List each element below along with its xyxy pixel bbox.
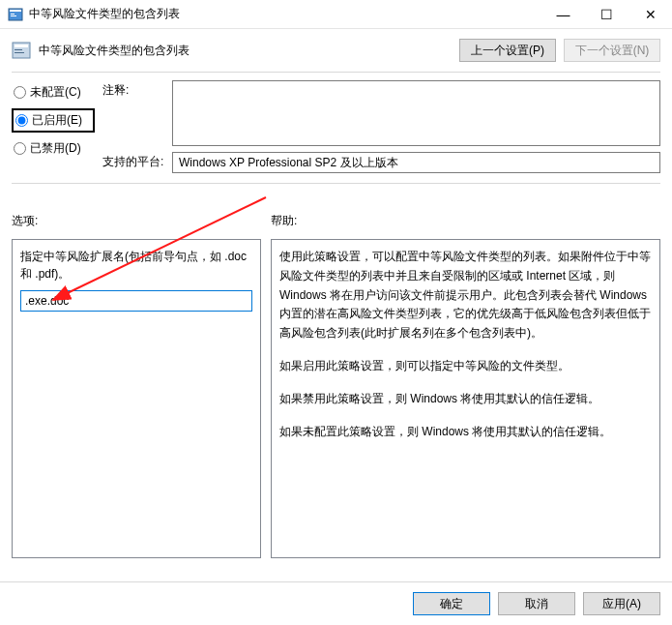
platform-row: 支持的平台: Windows XP Professional SP2 及以上版本 — [102, 152, 660, 173]
comment-label: 注释: — [102, 80, 166, 99]
radio-disabled-input[interactable] — [14, 142, 26, 155]
help-panel[interactable]: 使用此策略设置，可以配置中等风险文件类型的列表。如果附件位于中等风险文件类型的列… — [271, 239, 660, 558]
next-setting-button: 下一个设置(N) — [564, 39, 660, 62]
svg-rect-3 — [11, 15, 16, 16]
radio-disabled-label: 已禁用(D) — [30, 140, 81, 157]
radio-enabled-input[interactable] — [15, 114, 28, 127]
svg-rect-2 — [11, 14, 15, 15]
extensions-input[interactable] — [20, 290, 252, 312]
header-row: 中等风险文件类型的包含列表 上一个设置(P) 下一个设置(N) — [0, 29, 672, 66]
svg-rect-6 — [15, 49, 22, 50]
options-column: 选项: 指定中等风险扩展名(包括前导句点，如 .doc 和 .pdf)。 — [12, 213, 261, 558]
help-column: 帮助: 使用此策略设置，可以配置中等风险文件类型的列表。如果附件位于中等风险文件… — [271, 213, 660, 558]
window-title: 中等风险文件类型的包含列表 — [29, 6, 541, 22]
ok-button[interactable]: 确定 — [413, 592, 490, 615]
minimize-button[interactable]: — — [541, 0, 585, 29]
close-button[interactable]: ✕ — [628, 0, 672, 29]
svg-rect-7 — [15, 52, 24, 53]
options-panel: 指定中等风险扩展名(包括前导句点，如 .doc 和 .pdf)。 — [12, 239, 261, 558]
policy-icon — [12, 41, 31, 60]
help-paragraph-4: 如果未配置此策略设置，则 Windows 将使用其默认的信任逻辑。 — [279, 423, 656, 442]
options-label: 选项: — [12, 213, 261, 229]
options-description: 指定中等风险扩展名(包括前导句点，如 .doc 和 .pdf)。 — [20, 248, 252, 283]
comment-row: 注释: — [102, 80, 660, 146]
radio-group: 未配置(C) 已启用(E) 已禁用(D) — [12, 80, 95, 173]
radio-not-configured[interactable]: 未配置(C) — [12, 82, 95, 103]
svg-rect-1 — [10, 10, 21, 12]
right-column: 注释: 支持的平台: Windows XP Professional SP2 及… — [102, 80, 660, 173]
nav-buttons: 上一个设置(P) 下一个设置(N) — [459, 39, 660, 62]
radio-not-configured-label: 未配置(C) — [30, 84, 81, 101]
lower-section: 选项: 指定中等风险扩展名(包括前导句点，如 .doc 和 .pdf)。 帮助:… — [0, 184, 672, 558]
help-paragraph-3: 如果禁用此策略设置，则 Windows 将使用其默认的信任逻辑。 — [279, 390, 656, 409]
page-title: 中等风险文件类型的包含列表 — [39, 43, 459, 59]
platform-value: Windows XP Professional SP2 及以上版本 — [172, 152, 660, 173]
titlebar: 中等风险文件类型的包含列表 — ☐ ✕ — [0, 0, 672, 29]
platform-label: 支持的平台: — [102, 152, 166, 170]
svg-rect-5 — [15, 45, 28, 47]
footer: 确定 取消 应用(A) — [0, 581, 672, 625]
help-label: 帮助: — [271, 213, 660, 229]
maximize-button[interactable]: ☐ — [585, 0, 628, 29]
radio-not-configured-input[interactable] — [14, 86, 26, 99]
prev-setting-button[interactable]: 上一个设置(P) — [459, 39, 556, 62]
app-icon — [8, 7, 23, 22]
help-paragraph-2: 如果启用此策略设置，则可以指定中等风险的文件类型。 — [279, 357, 656, 376]
apply-button[interactable]: 应用(A) — [583, 592, 660, 615]
cancel-button[interactable]: 取消 — [498, 592, 575, 615]
window-controls: — ☐ ✕ — [541, 0, 672, 28]
comment-input[interactable] — [172, 80, 660, 146]
radio-enabled[interactable]: 已启用(E) — [12, 108, 95, 133]
config-area: 未配置(C) 已启用(E) 已禁用(D) 注释: 支持的平台: Windows … — [0, 73, 672, 177]
radio-enabled-label: 已启用(E) — [32, 112, 82, 129]
radio-disabled[interactable]: 已禁用(D) — [12, 138, 95, 159]
help-paragraph-1: 使用此策略设置，可以配置中等风险文件类型的列表。如果附件位于中等风险文件类型的列… — [279, 248, 656, 343]
